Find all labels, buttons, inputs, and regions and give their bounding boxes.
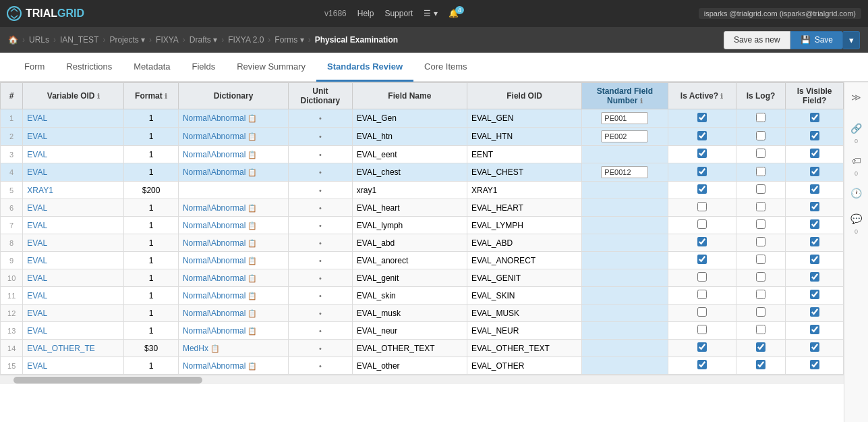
tab-form[interactable]: Form: [13, 53, 55, 82]
is-log-cell[interactable]: [736, 182, 786, 199]
is-log-cell[interactable]: [736, 128, 786, 146]
is-active-cell[interactable]: [668, 340, 736, 357]
is-log-cell[interactable]: [736, 234, 786, 252]
is-visible-cell[interactable]: [786, 340, 844, 357]
is-active-cell[interactable]: [668, 252, 736, 269]
is-active-cell[interactable]: [668, 305, 736, 322]
tab-restrictions[interactable]: Restrictions: [55, 53, 123, 82]
format-cell: 1: [124, 322, 179, 340]
breadcrumb-urls[interactable]: URLs: [29, 35, 49, 45]
breadcrumb-fixya[interactable]: FIXYA: [156, 35, 179, 45]
standard-field-cell[interactable]: [582, 182, 668, 199]
tab-core-items[interactable]: Core Items: [413, 53, 478, 82]
breadcrumb-fixya20[interactable]: FIXYA 2.0: [228, 35, 264, 45]
save-dropdown-button[interactable]: ▾: [843, 31, 860, 49]
breadcrumb-drafts[interactable]: Drafts ▾: [190, 35, 217, 45]
save-button[interactable]: 💾 Save: [790, 31, 843, 49]
is-log-cell[interactable]: [736, 199, 786, 217]
is-log-cell[interactable]: [736, 252, 786, 269]
is-visible-cell[interactable]: [786, 146, 844, 163]
is-active-cell[interactable]: [668, 163, 736, 182]
is-active-cell[interactable]: [668, 269, 736, 287]
is-visible-cell[interactable]: [786, 163, 844, 182]
standard-field-cell[interactable]: [582, 322, 668, 340]
is-log-cell[interactable]: [736, 305, 786, 322]
is-active-cell[interactable]: [668, 287, 736, 305]
is-visible-cell[interactable]: [786, 182, 844, 199]
is-log-cell[interactable]: [736, 322, 786, 340]
scroll-thumb[interactable]: [13, 377, 202, 384]
standard-field-cell[interactable]: [582, 199, 668, 217]
is-visible-cell[interactable]: [786, 322, 844, 340]
standard-field-cell[interactable]: [582, 305, 668, 322]
is-visible-cell[interactable]: [786, 305, 844, 322]
standard-field-cell[interactable]: [582, 287, 668, 305]
is-log-cell[interactable]: [736, 163, 786, 182]
tab-review-summary[interactable]: Review Summary: [226, 53, 316, 82]
is-log-cell[interactable]: [736, 146, 786, 163]
collapse-sidebar-button[interactable]: ≫: [847, 88, 866, 107]
user-menu[interactable]: isparks @trialgrid.com (isparks@trialgri…: [699, 8, 861, 19]
standard-field-input[interactable]: [601, 130, 648, 142]
col-header-is-active[interactable]: Is Active? ℹ: [668, 83, 736, 109]
standard-field-cell[interactable]: [582, 163, 668, 182]
is-visible-cell[interactable]: [786, 287, 844, 305]
is-visible-cell[interactable]: [786, 109, 844, 128]
standard-field-input[interactable]: [601, 112, 648, 124]
standard-field-cell[interactable]: [582, 146, 668, 163]
is-active-cell[interactable]: [668, 146, 736, 163]
is-active-cell[interactable]: [668, 322, 736, 340]
standard-field-cell[interactable]: [582, 109, 668, 128]
is-log-cell[interactable]: [736, 269, 786, 287]
horizontal-scrollbar[interactable]: [0, 375, 844, 384]
clock-icon[interactable]: 🕐: [847, 184, 866, 203]
is-active-cell[interactable]: [668, 182, 736, 199]
save-as-new-button[interactable]: Save as new: [724, 31, 790, 49]
is-log-cell[interactable]: [736, 217, 786, 234]
is-active-cell[interactable]: [668, 109, 736, 128]
notifications-bell[interactable]: 🔔 4: [449, 9, 459, 18]
is-visible-cell[interactable]: [786, 357, 844, 375]
tab-metadata[interactable]: Metadata: [123, 53, 181, 82]
is-active-cell[interactable]: [668, 128, 736, 146]
col-header-variable-oid[interactable]: Variable OID ℹ: [23, 83, 124, 109]
menu-link[interactable]: ☰ ▾: [424, 9, 437, 18]
standard-field-cell[interactable]: [582, 217, 668, 234]
is-log-cell[interactable]: [736, 109, 786, 128]
is-visible-cell[interactable]: [786, 199, 844, 217]
breadcrumb-ian-test[interactable]: IAN_TEST: [60, 35, 98, 45]
row-num-13: 13: [1, 322, 23, 340]
standard-field-cell[interactable]: [582, 340, 668, 357]
comment-icon[interactable]: 💬: [847, 209, 866, 228]
is-visible-cell[interactable]: [786, 269, 844, 287]
col-header-standard-field[interactable]: Standard FieldNumber ℹ: [582, 83, 668, 109]
is-active-cell[interactable]: [668, 234, 736, 252]
is-active-cell[interactable]: [668, 199, 736, 217]
is-log-cell[interactable]: [736, 287, 786, 305]
is-log-cell[interactable]: [736, 357, 786, 375]
standard-field-cell[interactable]: [582, 128, 668, 146]
breadcrumb-home[interactable]: 🏠: [8, 35, 18, 45]
standard-field-cell[interactable]: [582, 269, 668, 287]
is-active-cell[interactable]: [668, 217, 736, 234]
help-link[interactable]: Help: [357, 9, 374, 18]
support-link[interactable]: Support: [384, 9, 413, 18]
tab-fields[interactable]: Fields: [181, 53, 226, 82]
is-visible-cell[interactable]: [786, 217, 844, 234]
is-active-cell[interactable]: [668, 357, 736, 375]
standard-field-cell[interactable]: [582, 357, 668, 375]
is-visible-cell[interactable]: [786, 234, 844, 252]
is-log-cell[interactable]: [736, 340, 786, 357]
tab-standards-review[interactable]: Standards Review: [316, 53, 413, 82]
is-visible-cell[interactable]: [786, 252, 844, 269]
standard-field-input[interactable]: [601, 166, 648, 178]
standard-field-cell[interactable]: [582, 252, 668, 269]
col-header-format[interactable]: Format ℹ: [124, 83, 179, 109]
tag-icon[interactable]: 🏷: [847, 151, 866, 170]
is-visible-cell[interactable]: [786, 128, 844, 146]
link-icon[interactable]: 🔗: [847, 119, 866, 138]
breadcrumb-forms[interactable]: Forms ▾: [274, 35, 303, 45]
breadcrumb-projects[interactable]: Projects ▾: [109, 35, 145, 45]
dictionary-cell: Normal\Abnormal 📋: [178, 217, 288, 234]
standard-field-cell[interactable]: [582, 234, 668, 252]
